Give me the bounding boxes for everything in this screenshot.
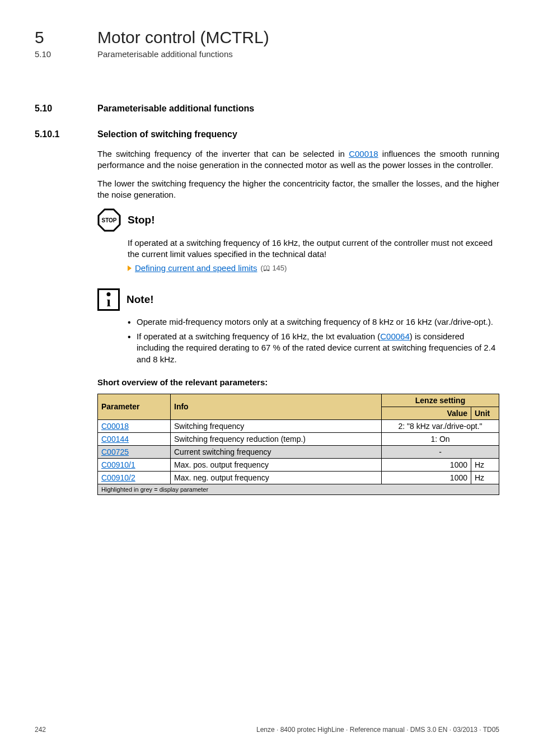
col-header-setting: Lenze setting <box>382 394 499 407</box>
table-row: C00910/1Max. pos. output frequency1000Hz <box>98 458 499 471</box>
page-reference: (🕮 145) <box>260 263 287 273</box>
cell-info: Switching frequency reduction (temp.) <box>171 432 382 445</box>
table-caption: Short overview of the relevant parameter… <box>97 377 499 387</box>
col-header-value: Value <box>382 407 471 419</box>
cell-value: - <box>382 445 499 458</box>
cell-value: 2: "8 kHz var./drive-opt." <box>382 419 499 432</box>
cell-unit: Hz <box>471 471 499 484</box>
code-link[interactable]: C00725 <box>101 447 129 456</box>
chapter-title: Motor control (MCTRL) <box>97 28 269 47</box>
heading-title: Parameterisable additional functions <box>97 104 254 114</box>
heading-number: 5.10 <box>35 104 97 114</box>
code-link[interactable]: C00064 <box>380 332 410 341</box>
triangle-bullet-icon <box>128 265 132 271</box>
subheading-number: 5.10.1 <box>35 129 97 139</box>
col-header-unit: Unit <box>471 407 499 419</box>
subheading-title: Selection of switching frequency <box>97 129 237 139</box>
stop-icon-label: STOP <box>101 217 116 223</box>
footer-meta: Lenze · 8400 protec HighLine · Reference… <box>256 726 499 734</box>
code-link[interactable]: C00910/2 <box>101 473 135 482</box>
note-bullet: If operated at a switching frequency of … <box>128 331 499 365</box>
table-footnote: Highlighted in grey = display parameter <box>98 484 499 494</box>
col-header-parameter: Parameter <box>98 394 171 419</box>
cell-value: 1: On <box>382 432 499 445</box>
note-bullet: Operate mid-frequency motors only at a s… <box>128 316 499 328</box>
stop-body-text: If operated at a switching frequency of … <box>128 237 499 260</box>
text: If operated at a switching frequency of … <box>137 332 380 341</box>
page-number: 242 <box>35 726 46 734</box>
text: The switching frequency of the inverter … <box>97 149 349 158</box>
code-link[interactable]: C00144 <box>101 435 129 444</box>
paragraph: The lower the switching frequency the hi… <box>97 178 499 201</box>
section-subtitle: Parameterisable additional functions <box>97 49 233 59</box>
code-link[interactable]: C00018 <box>349 149 378 158</box>
parameters-table: Parameter Info Lenze setting Value Unit … <box>97 394 499 495</box>
section-number: 5.10 <box>35 49 97 59</box>
note-icon: ı <box>97 288 120 311</box>
cross-ref-link[interactable]: Defining current and speed limits <box>135 263 257 274</box>
chapter-number: 5 <box>35 28 97 47</box>
code-link[interactable]: C00910/1 <box>101 460 135 469</box>
cell-info: Max. pos. output frequency <box>171 458 382 471</box>
code-link[interactable]: C00018 <box>101 422 129 431</box>
note-title: Note! <box>127 293 154 306</box>
paragraph: The switching frequency of the inverter … <box>97 148 499 171</box>
separator-rule: _ _ _ _ _ _ _ _ _ _ _ _ _ _ _ _ _ _ _ _ … <box>35 76 499 85</box>
stop-icon: STOP <box>97 208 121 232</box>
cell-info: Max. neg. output frequency <box>171 471 382 484</box>
cell-value: 1000 <box>382 458 471 471</box>
table-row: C00018Switching frequency2: "8 kHz var./… <box>98 419 499 432</box>
table-row: C00910/2Max. neg. output frequency1000Hz <box>98 471 499 484</box>
table-row: C00725Current switching frequency- <box>98 445 499 458</box>
cell-value: 1000 <box>382 471 471 484</box>
table-row: C00144Switching frequency reduction (tem… <box>98 432 499 445</box>
col-header-info: Info <box>171 394 382 419</box>
cell-info: Current switching frequency <box>171 445 382 458</box>
cell-info: Switching frequency <box>171 419 382 432</box>
cell-unit: Hz <box>471 458 499 471</box>
stop-title: Stop! <box>128 214 155 226</box>
